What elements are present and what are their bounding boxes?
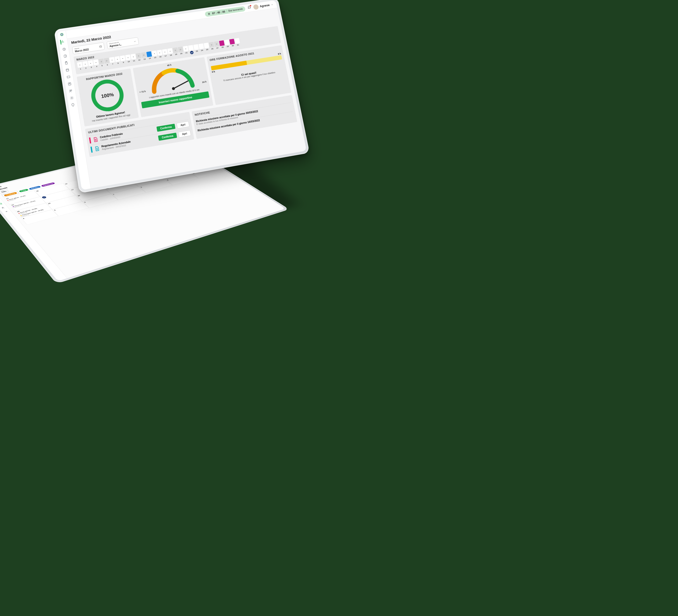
pause-icon — [207, 12, 211, 15]
progress-ring: 100% — [89, 77, 126, 114]
card-icon[interactable] — [67, 75, 71, 79]
open-button[interactable]: Apri — [177, 121, 189, 129]
svg-rect-12 — [66, 69, 69, 71]
avatar — [253, 4, 259, 10]
svg-point-15 — [69, 83, 70, 84]
contacts-icon[interactable] — [68, 82, 72, 86]
timer-value: 07 : 45 : 05 — [212, 10, 225, 15]
svg-rect-19 — [208, 13, 209, 15]
gear-icon[interactable] — [4, 210, 9, 213]
gauge-card: 48 h + 72 h 24 h — [133, 57, 213, 117]
chevron-down-icon — [133, 40, 137, 43]
open-button[interactable]: Apri — [178, 130, 191, 138]
calendar-icon[interactable] — [0, 203, 3, 205]
svg-point-8 — [61, 34, 63, 35]
rapportini-card: RAPPORTINI MARZO 2022 100% Ottimo lavoro… — [77, 68, 139, 126]
calendar-icon[interactable] — [65, 68, 69, 72]
sidebar-item-dashboard[interactable] — [60, 39, 65, 44]
svg-rect-21 — [100, 45, 102, 47]
logo-icon — [60, 33, 64, 37]
calendar-icon — [99, 45, 102, 48]
svg-point-4 — [6, 211, 7, 212]
ore-formazione-card: ORE FORMAZIONE AGOSTO 2021 8 h 0 h Ci se… — [206, 45, 291, 105]
users-icon[interactable] — [69, 89, 73, 93]
clipboard-icon[interactable] — [64, 61, 68, 65]
notifications-button[interactable] — [247, 5, 252, 10]
document-icon — [92, 136, 99, 143]
confirm-button[interactable]: Conferma — [158, 133, 177, 141]
gear-icon[interactable] — [70, 96, 74, 100]
svg-point-17 — [71, 89, 72, 90]
svg-rect-20 — [209, 13, 210, 15]
confirm-button[interactable]: Conferma — [156, 123, 176, 132]
user-name: Agnese — [259, 3, 270, 8]
svg-rect-13 — [67, 76, 70, 78]
svg-point-3 — [2, 207, 3, 208]
front-tablet: 07 : 45 : 05 Stai lavorando Agnese — [54, 0, 310, 193]
svg-point-16 — [70, 90, 71, 91]
map-pin-icon[interactable] — [71, 103, 75, 107]
svg-point-18 — [71, 98, 72, 99]
progress-value: 100% — [101, 92, 114, 99]
timer-status: Stai lavorando — [228, 8, 243, 12]
clock-icon[interactable] — [62, 47, 66, 51]
document-icon — [94, 145, 100, 152]
svg-rect-2 — [0, 203, 2, 205]
history-icon[interactable] — [63, 54, 67, 58]
svg-point-7 — [60, 33, 64, 36]
users-icon[interactable] — [0, 206, 6, 209]
chip-ferie[interactable]: Ferie — [19, 189, 29, 192]
chevron-down-icon — [271, 3, 273, 6]
